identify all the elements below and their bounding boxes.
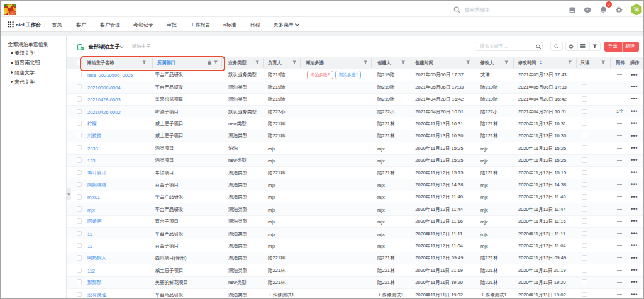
svg-text:琳: 琳 xyxy=(633,6,639,13)
